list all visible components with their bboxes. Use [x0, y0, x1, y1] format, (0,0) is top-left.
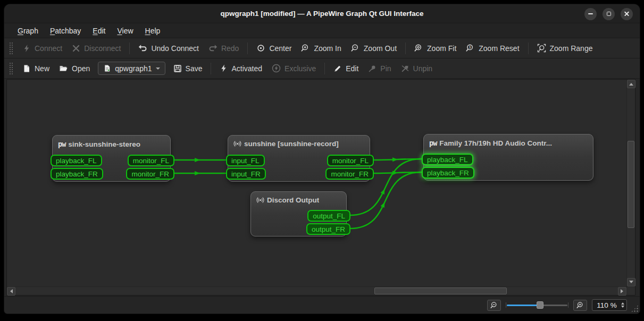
- node-sunshine[interactable]: sunshine [sunshine-record]input_FLinput_…: [228, 135, 370, 182]
- zoom-in-icon: [301, 44, 310, 53]
- pipewire-icon: pw: [58, 140, 65, 148]
- horizontal-scroll-track[interactable]: [15, 287, 618, 295]
- zoom-fit-button[interactable]: Zoom Fit: [409, 41, 461, 55]
- unpin-icon: [401, 64, 409, 73]
- zoom-out-button[interactable]: Zoom Out: [346, 41, 402, 55]
- activated-button[interactable]: Activated: [215, 62, 267, 75]
- connection-edge[interactable]: [373, 172, 421, 173]
- scroll-left-button[interactable]: [7, 287, 15, 295]
- zoom-slider-handle[interactable]: [537, 301, 543, 309]
- menubar: Graph Patchbay Edit View Help: [4, 23, 640, 38]
- close-icon: [624, 11, 630, 17]
- scroll-up-button[interactable]: [627, 80, 635, 88]
- scroll-right-button[interactable]: [618, 287, 626, 295]
- zoom-range-button[interactable]: Zoom Range: [532, 41, 598, 55]
- minimize-icon: [588, 13, 593, 14]
- statusbar-zoom-in-button[interactable]: [573, 300, 587, 311]
- edge-arrow-icon: [392, 171, 398, 175]
- statusbar: 110 %: [4, 296, 640, 314]
- port-playback_FR[interactable]: playback_FR: [51, 168, 103, 180]
- arrow-left-icon: [8, 289, 13, 293]
- toolbar-drag-handle[interactable]: [9, 62, 13, 75]
- svg-text:1: 1: [469, 45, 471, 49]
- edit-button[interactable]: Edit: [329, 62, 363, 75]
- vertical-scroll-track[interactable]: [627, 88, 635, 278]
- activated-icon: [220, 64, 228, 72]
- minimize-button[interactable]: [584, 8, 597, 20]
- connection-edge[interactable]: [373, 159, 421, 160]
- menu-graph[interactable]: Graph: [12, 25, 44, 37]
- port-input_FL[interactable]: input_FL: [226, 155, 265, 166]
- edge-arrow-icon: [381, 201, 387, 208]
- port-monitor_FL[interactable]: monitor_FL: [327, 155, 374, 166]
- scroll-down-button[interactable]: [627, 278, 635, 286]
- node-discord-output[interactable]: Discord Outputoutput_FLoutput_FR: [250, 191, 347, 236]
- menu-view[interactable]: View: [111, 25, 139, 37]
- redo-button[interactable]: Redo: [204, 41, 244, 55]
- port-monitor_FR[interactable]: monitor_FR: [126, 168, 174, 180]
- exclusive-icon: [272, 64, 281, 73]
- maximize-button[interactable]: [603, 8, 615, 20]
- unpin-button[interactable]: Unpin: [396, 62, 438, 75]
- menu-help[interactable]: Help: [139, 25, 166, 37]
- node-title: Family 17h/19h HD Audio Contr...: [439, 139, 552, 147]
- zoom-out-icon: [490, 301, 498, 309]
- node-sink-sunshine-stereo[interactable]: pwsink-sunshine-stereoplayback_FLplaybac…: [52, 135, 171, 182]
- edit-pencil-icon: [333, 64, 342, 73]
- zoom-in-button[interactable]: Zoom In: [296, 41, 346, 55]
- horizontal-scroll-handle[interactable]: [374, 288, 507, 294]
- zoom-slider[interactable]: [506, 301, 568, 309]
- port-playback_FR[interactable]: playback_FR: [422, 167, 474, 179]
- arrow-right-icon: [621, 289, 625, 293]
- spinbox-arrows[interactable]: [621, 302, 626, 308]
- menu-edit[interactable]: Edit: [87, 25, 111, 37]
- port-input_FR[interactable]: input_FR: [226, 168, 266, 180]
- zoom-in-icon: [576, 301, 584, 309]
- save-icon: [173, 64, 182, 73]
- resize-grip[interactable]: [631, 305, 639, 312]
- port-output_FL[interactable]: output_FL: [307, 210, 350, 222]
- save-button[interactable]: Save: [169, 62, 207, 75]
- graph-canvas[interactable]: pwsink-sunshine-stereoplayback_FLplaybac…: [7, 80, 626, 286]
- vertical-scroll-handle[interactable]: [628, 141, 634, 228]
- horizontal-scrollbar[interactable]: [7, 286, 626, 295]
- node-family-audio[interactable]: pwFamily 17h/19h HD Audio Contr...playba…: [423, 134, 593, 181]
- close-button[interactable]: [621, 8, 633, 20]
- undo-connect-button[interactable]: Undo Connect: [133, 41, 204, 55]
- port-monitor_FL[interactable]: monitor_FL: [128, 155, 174, 166]
- pin-button[interactable]: Pin: [363, 62, 396, 75]
- redo-icon: [208, 44, 218, 53]
- open-button[interactable]: Open: [54, 61, 95, 75]
- scrollbar-corner: [626, 286, 635, 295]
- port-playback_FL[interactable]: playback_FL: [51, 155, 102, 166]
- port-output_FR[interactable]: output_FR: [306, 223, 350, 235]
- stream-icon: [233, 140, 241, 148]
- zoom-reset-button[interactable]: 1 Zoom Reset: [461, 41, 524, 55]
- disconnect-button[interactable]: Disconnect: [67, 41, 126, 55]
- port-monitor_FR[interactable]: monitor_FR: [325, 168, 374, 180]
- edge-arrow-icon: [195, 171, 200, 175]
- zoom-spinbox[interactable]: 110 %: [592, 299, 627, 311]
- connect-button[interactable]: Connect: [18, 41, 67, 55]
- toolbar-drag-handle[interactable]: [9, 42, 13, 55]
- new-file-icon: [22, 64, 31, 73]
- patchbay-select-value: qpwgraph1: [115, 64, 152, 73]
- edge-arrow-icon: [381, 188, 387, 195]
- zoom-fit-icon: [414, 44, 423, 53]
- toolbar-separator: [247, 43, 248, 54]
- toolbar-separator: [528, 43, 529, 54]
- center-button[interactable]: Center: [252, 41, 296, 55]
- patchbay-select[interactable]: qpwgraph1: [98, 62, 165, 75]
- vertical-scrollbar[interactable]: [626, 80, 635, 286]
- titlebar[interactable]: qpwgraph1 [modified] — A PipeWire Graph …: [4, 4, 640, 23]
- exclusive-button[interactable]: Exclusive: [267, 61, 321, 75]
- spin-down-icon: [621, 306, 624, 309]
- port-playback_FL[interactable]: playback_FL: [422, 154, 473, 165]
- menu-patchbay[interactable]: Patchbay: [44, 25, 87, 37]
- new-button[interactable]: New: [18, 62, 54, 75]
- open-folder-icon: [59, 64, 68, 73]
- pipewire-icon: pw: [429, 139, 437, 147]
- statusbar-zoom-out-button[interactable]: [487, 300, 501, 311]
- pin-icon: [368, 64, 377, 73]
- toolbar-main: Connect Disconnect Undo Connect Redo Cen…: [4, 38, 640, 58]
